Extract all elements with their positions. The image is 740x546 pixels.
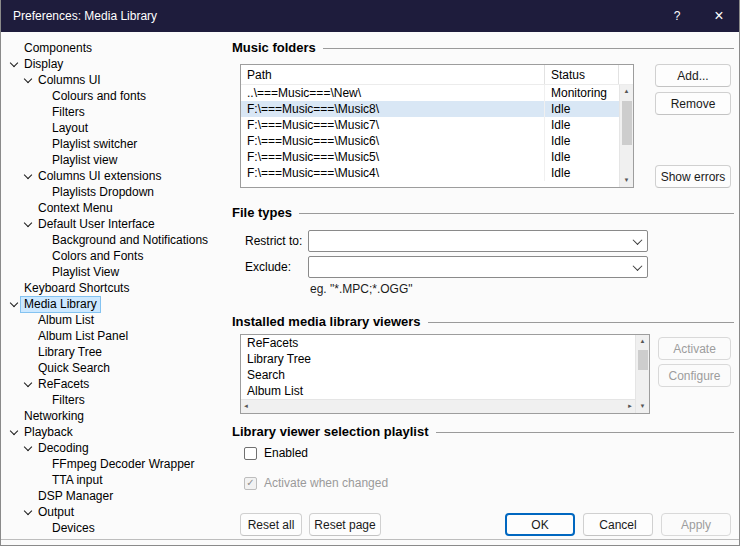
chevron-down-icon[interactable] — [627, 257, 647, 277]
tree-expand-icon[interactable] — [22, 362, 35, 375]
tree-expand-icon[interactable] — [22, 378, 35, 391]
tree-item[interactable]: Colours and fonts — [4, 88, 230, 104]
exclude-combobox[interactable] — [308, 256, 648, 278]
tree-item[interactable]: Playback — [4, 424, 230, 440]
column-header-path[interactable]: Path — [241, 65, 545, 84]
scroll-right-icon[interactable]: ► — [627, 400, 633, 413]
tree-expand-icon[interactable] — [36, 138, 49, 151]
tree-expand-icon[interactable] — [8, 58, 21, 71]
ok-button[interactable]: OK — [505, 513, 575, 536]
folder-row[interactable]: F:\===Music===\Music6\ Idle — [241, 133, 619, 149]
tree-item[interactable]: Album List Panel — [4, 328, 230, 344]
tree-expand-icon[interactable] — [36, 122, 49, 135]
folder-row[interactable]: F:\===Music===\Music8\ Idle — [241, 101, 619, 117]
scrollbar-thumb[interactable] — [622, 101, 632, 145]
tree-expand-icon[interactable] — [36, 186, 49, 199]
tree-expand-icon[interactable] — [8, 426, 21, 439]
folder-row[interactable]: F:\===Music===\Music5\ Idle — [241, 149, 619, 165]
tree-expand-icon[interactable] — [22, 170, 35, 183]
scroll-down-icon[interactable]: ▼ — [624, 174, 630, 187]
close-button[interactable]: × — [698, 0, 740, 32]
enabled-checkbox[interactable] — [244, 447, 257, 460]
tree-expand-icon[interactable] — [36, 154, 49, 167]
scroll-left-icon[interactable]: ◄ — [243, 400, 249, 413]
scroll-up-icon[interactable]: ▲ — [640, 335, 646, 348]
folder-row[interactable]: F:\===Music===\Music4\ Idle — [241, 165, 619, 181]
tree-item[interactable]: Playlist View — [4, 264, 230, 280]
tree-expand-icon[interactable] — [36, 250, 49, 263]
tree-item[interactable]: Keyboard Shortcuts — [4, 280, 230, 296]
tree-item[interactable]: DSP Manager — [4, 488, 230, 504]
tree-item[interactable]: Output — [4, 504, 230, 520]
tree-item[interactable]: FFmpeg Decoder Wrapper — [4, 456, 230, 472]
tree-item[interactable]: Display — [4, 56, 230, 72]
tree-item[interactable]: Filters — [4, 392, 230, 408]
remove-folder-button[interactable]: Remove — [655, 92, 731, 115]
folder-row[interactable]: ..\===Music===\New\ Monitoring — [241, 85, 619, 101]
scrollbar-thumb[interactable] — [638, 350, 648, 370]
tree-expand-icon[interactable] — [36, 106, 49, 119]
tree-item[interactable]: ReFacets — [4, 376, 230, 392]
tree-item[interactable]: Album List — [4, 312, 230, 328]
tree-item[interactable]: Media Library — [4, 296, 230, 312]
scroll-down-icon[interactable]: ▼ — [640, 400, 646, 413]
tree-item[interactable]: Playlist view — [4, 152, 230, 168]
viewer-item[interactable]: ReFacets — [241, 335, 635, 351]
tree-item[interactable]: Playlist switcher — [4, 136, 230, 152]
tree-expand-icon[interactable] — [8, 298, 21, 311]
add-folder-button[interactable]: Add... — [655, 64, 731, 87]
apply-button[interactable]: Apply — [661, 513, 731, 536]
tree-item[interactable]: Background and Notifications — [4, 232, 230, 248]
tree-expand-icon[interactable] — [8, 42, 21, 55]
tree-expand-icon[interactable] — [22, 506, 35, 519]
tree-item[interactable]: Columns UI — [4, 72, 230, 88]
tree-item[interactable]: Default User Interface — [4, 216, 230, 232]
tree-expand-icon[interactable] — [22, 346, 35, 359]
viewers-vertical-scrollbar[interactable]: ▲ ▼ — [635, 335, 649, 413]
viewer-item[interactable]: Search — [241, 367, 635, 383]
viewer-item[interactable]: Album List — [241, 383, 635, 399]
tree-expand-icon[interactable] — [22, 202, 35, 215]
reset-all-button[interactable]: Reset all — [240, 513, 302, 536]
tree-expand-icon[interactable] — [22, 314, 35, 327]
enabled-checkbox-row[interactable]: Enabled — [244, 446, 308, 460]
restrict-to-combobox[interactable] — [308, 230, 648, 252]
tree-item[interactable]: Layout — [4, 120, 230, 136]
tree-item[interactable]: Quick Search — [4, 360, 230, 376]
folder-row[interactable]: F:\===Music===\Music7\ Idle — [241, 117, 619, 133]
tree-item[interactable]: Columns UI extensions — [4, 168, 230, 184]
tree-item[interactable]: Decoding — [4, 440, 230, 456]
chevron-down-icon[interactable] — [627, 231, 647, 251]
configure-button[interactable]: Configure — [658, 364, 731, 387]
tree-item[interactable]: Networking — [4, 408, 230, 424]
activate-button[interactable]: Activate — [658, 337, 731, 360]
tree-item[interactable]: TTA input — [4, 472, 230, 488]
tree-expand-icon[interactable] — [22, 490, 35, 503]
tree-expand-icon[interactable] — [36, 394, 49, 407]
tree-expand-icon[interactable] — [8, 410, 21, 423]
tree-expand-icon[interactable] — [36, 474, 49, 487]
tree-item[interactable]: Devices — [4, 520, 230, 536]
tree-expand-icon[interactable] — [36, 234, 49, 247]
folders-vertical-scrollbar[interactable]: ▲ ▼ — [619, 85, 633, 187]
tree-item[interactable]: Context Menu — [4, 200, 230, 216]
tree-expand-icon[interactable] — [36, 522, 49, 535]
help-button[interactable]: ? — [656, 0, 698, 32]
tree-item[interactable]: Components — [4, 40, 230, 56]
column-header-status[interactable]: Status — [545, 65, 619, 84]
tree-expand-icon[interactable] — [36, 266, 49, 279]
tree-expand-icon[interactable] — [22, 442, 35, 455]
tree-item[interactable]: Colors and Fonts — [4, 248, 230, 264]
tree-expand-icon[interactable] — [22, 330, 35, 343]
activate-when-changed-checkbox-row[interactable]: ✓ Activate when changed — [244, 476, 388, 490]
viewers-horizontal-scrollbar[interactable]: ◄ ► — [241, 399, 635, 413]
scroll-up-icon[interactable]: ▲ — [624, 85, 630, 98]
show-errors-button[interactable]: Show errors — [655, 165, 731, 188]
tree-item[interactable]: Playlists Dropdown — [4, 184, 230, 200]
tree-item[interactable]: Library Tree — [4, 344, 230, 360]
reset-page-button[interactable]: Reset page — [309, 513, 381, 536]
tree-expand-icon[interactable] — [8, 282, 21, 295]
viewer-item[interactable]: Library Tree — [241, 351, 635, 367]
tree-expand-icon[interactable] — [36, 90, 49, 103]
tree-expand-icon[interactable] — [22, 218, 35, 231]
